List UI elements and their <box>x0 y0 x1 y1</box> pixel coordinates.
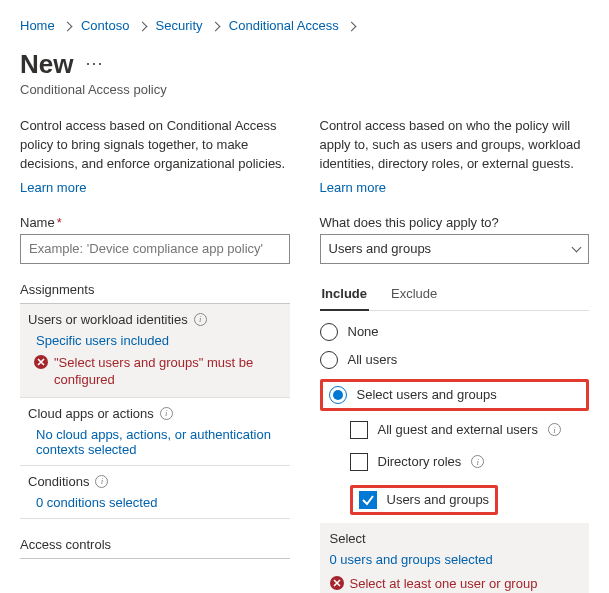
required-indicator: * <box>57 215 62 230</box>
page-subtitle: Conditional Access policy <box>20 82 589 97</box>
conditions-label: Conditions <box>28 474 89 489</box>
radio-select-users-and-groups[interactable]: Select users and groups <box>329 386 581 404</box>
radio-icon <box>320 351 338 369</box>
selected-count-link[interactable]: 0 users and groups selected <box>330 552 580 567</box>
select-panel: Select 0 users and groups selected Selec… <box>320 523 590 593</box>
error-icon <box>330 576 344 590</box>
checkbox-icon <box>359 491 377 509</box>
info-icon[interactable]: i <box>194 313 207 326</box>
checkbox-directory-roles[interactable]: Directory roles i <box>350 453 590 471</box>
users-section[interactable]: Users or workload identities i Specific … <box>20 304 290 398</box>
info-icon[interactable]: i <box>160 407 173 420</box>
conditions-section[interactable]: Conditions i 0 conditions selected <box>20 466 290 519</box>
tab-exclude[interactable]: Exclude <box>389 278 439 310</box>
checkbox-icon <box>350 421 368 439</box>
cloud-apps-section[interactable]: Cloud apps or actions i No cloud apps, a… <box>20 398 290 466</box>
radio-none[interactable]: None <box>320 323 590 341</box>
breadcrumb-home[interactable]: Home <box>20 18 55 33</box>
breadcrumb-sep <box>212 18 219 33</box>
tab-include[interactable]: Include <box>320 278 370 311</box>
select-panel-error: Select at least one user or group <box>330 575 580 593</box>
apply-to-select[interactable]: Users and groups <box>320 234 590 264</box>
learn-more-link-right[interactable]: Learn more <box>320 180 386 195</box>
checkbox-users-and-groups[interactable]: Users and groups <box>387 492 490 507</box>
conditions-summary-link[interactable]: 0 conditions selected <box>28 495 282 510</box>
left-column: Control access based on Conditional Acce… <box>20 117 290 593</box>
breadcrumb-security[interactable]: Security <box>156 18 203 33</box>
radio-all-users[interactable]: All users <box>320 351 590 369</box>
breadcrumb-sep <box>139 18 146 33</box>
right-description: Control access based on who the policy w… <box>320 117 590 174</box>
access-controls-header: Access controls <box>20 519 290 559</box>
info-icon[interactable]: i <box>548 423 561 436</box>
breadcrumb: Home Contoso Security Conditional Access <box>20 18 589 33</box>
page-title: New <box>20 49 73 80</box>
more-actions-icon[interactable]: ⋯ <box>85 52 104 74</box>
right-column: Control access based on who the policy w… <box>320 117 590 593</box>
info-icon[interactable]: i <box>95 475 108 488</box>
include-exclude-tabs: Include Exclude <box>320 278 590 311</box>
users-error: "Select users and groups" must be config… <box>28 354 282 389</box>
cloud-apps-label: Cloud apps or actions <box>28 406 154 421</box>
name-input[interactable] <box>20 234 290 264</box>
breadcrumb-conditional-access[interactable]: Conditional Access <box>229 18 339 33</box>
assignments-header: Assignments <box>20 264 290 304</box>
breadcrumb-contoso[interactable]: Contoso <box>81 18 129 33</box>
radio-icon <box>320 323 338 341</box>
name-label: Name* <box>20 215 290 230</box>
chevron-down-icon <box>572 242 582 252</box>
apply-to-label: What does this policy apply to? <box>320 215 590 230</box>
left-description: Control access based on Conditional Acce… <box>20 117 290 174</box>
info-icon[interactable]: i <box>471 455 484 468</box>
error-icon <box>34 355 48 369</box>
checkbox-guest-users[interactable]: All guest and external users i <box>350 421 590 439</box>
checkbox-icon <box>350 453 368 471</box>
breadcrumb-sep <box>348 18 355 33</box>
cloud-apps-summary-link[interactable]: No cloud apps, actions, or authenticatio… <box>28 427 282 457</box>
highlight-select-users: Select users and groups <box>320 379 590 411</box>
radio-icon <box>329 386 347 404</box>
breadcrumb-sep <box>64 18 71 33</box>
learn-more-link[interactable]: Learn more <box>20 180 86 195</box>
users-label: Users or workload identities <box>28 312 188 327</box>
highlight-users-and-groups: Users and groups <box>350 485 499 515</box>
select-panel-header: Select <box>330 531 580 546</box>
users-summary-link[interactable]: Specific users included <box>28 333 282 348</box>
